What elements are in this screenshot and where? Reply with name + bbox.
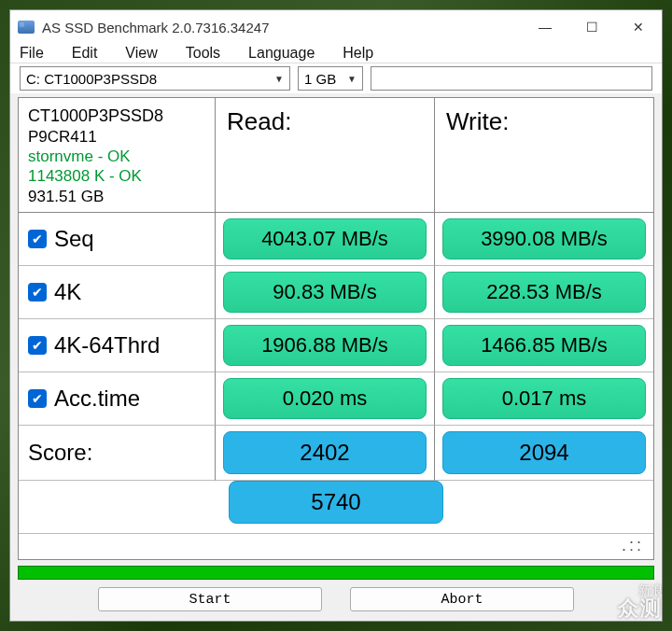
minimize-button[interactable]: —	[522, 10, 568, 44]
watermark-line1: 新浪	[618, 584, 663, 597]
header-read: Read:	[215, 98, 434, 213]
drive-select-value: C: CT1000P3PSSD8	[26, 71, 157, 87]
score-label: Score:	[28, 440, 92, 466]
menu-tools[interactable]: Tools	[186, 45, 220, 62]
4k64-write: 1466.85 MB/s	[442, 325, 646, 366]
size-select[interactable]: 1 GB ▼	[298, 66, 363, 91]
menubar: File Edit View Tools Language Help	[10, 44, 662, 63]
seq-read: 4043.07 MB/s	[223, 218, 427, 259]
row-4k: ✔ 4K	[19, 266, 215, 319]
app-window: AS SSD Benchmark 2.0.7316.34247 — ☐ ✕ Fi…	[9, 9, 663, 622]
header-write: Write:	[434, 98, 653, 213]
maximize-button[interactable]: ☐	[568, 10, 615, 44]
menu-view[interactable]: View	[125, 45, 157, 62]
menu-language[interactable]: Language	[248, 45, 315, 62]
button-row: Start Abort	[10, 585, 662, 621]
driver-status: stornvme - OK	[28, 147, 205, 166]
selector-row: C: CT1000P3PSSD8 ▼ 1 GB ▼	[10, 63, 662, 93]
row-seq-label: Seq	[54, 226, 94, 252]
drive-capacity: 931.51 GB	[28, 187, 205, 206]
score-write: 2094	[442, 431, 646, 474]
menu-edit[interactable]: Edit	[72, 45, 98, 62]
abort-button[interactable]: Abort	[350, 587, 574, 611]
score-total: 5740	[229, 481, 443, 524]
drive-model: CT1000P3PSSD8	[28, 105, 205, 127]
menu-file[interactable]: File	[20, 45, 44, 62]
checkbox-seq[interactable]: ✔	[28, 230, 47, 248]
window-title: AS SSD Benchmark 2.0.7316.34247	[42, 20, 270, 35]
start-button[interactable]: Start	[98, 587, 322, 611]
drive-info: CT1000P3PSSD8 P9CR411 stornvme - OK 1143…	[19, 98, 215, 212]
menu-help[interactable]: Help	[343, 45, 373, 62]
watermark-line2: 众测	[618, 597, 663, 620]
resize-grip-icon[interactable]: .::	[19, 533, 653, 559]
score-read: 2402	[223, 431, 427, 474]
close-button[interactable]: ✕	[615, 10, 662, 44]
4k64-read: 1906.88 MB/s	[223, 325, 427, 366]
row-acc: ✔ Acc.time	[19, 372, 215, 426]
seq-write: 3990.08 MB/s	[442, 218, 646, 259]
row-4k64: ✔ 4K-64Thrd	[19, 319, 215, 372]
row-seq: ✔ Seq	[19, 213, 215, 266]
titlebar: AS SSD Benchmark 2.0.7316.34247 — ☐ ✕	[10, 10, 662, 44]
drive-select[interactable]: C: CT1000P3PSSD8 ▼	[20, 66, 290, 91]
size-select-value: 1 GB	[304, 71, 336, 87]
chevron-down-icon: ▼	[274, 74, 284, 84]
drive-firmware: P9CR411	[28, 127, 205, 147]
alignment-status: 1143808 K - OK	[28, 166, 205, 186]
acc-write: 0.017 ms	[442, 378, 646, 419]
checkbox-acc[interactable]: ✔	[28, 389, 47, 408]
acc-read: 0.020 ms	[223, 378, 427, 419]
row-score: Score:	[19, 426, 215, 481]
app-icon	[18, 21, 35, 34]
checkbox-4k[interactable]: ✔	[28, 283, 47, 301]
row-4k-label: 4K	[54, 279, 81, 305]
checkbox-4k64[interactable]: ✔	[28, 336, 47, 355]
row-4k64-label: 4K-64Thrd	[54, 332, 160, 358]
4k-write: 228.53 MB/s	[442, 272, 646, 313]
4k-read: 90.83 MB/s	[223, 272, 427, 313]
row-acc-label: Acc.time	[54, 386, 140, 412]
chevron-down-icon: ▼	[347, 74, 357, 84]
results-panel: CT1000P3PSSD8 P9CR411 stornvme - OK 1143…	[18, 97, 654, 560]
progress-bar	[18, 566, 654, 580]
watermark: 新浪 众测	[618, 584, 663, 620]
empty-field	[371, 66, 652, 91]
